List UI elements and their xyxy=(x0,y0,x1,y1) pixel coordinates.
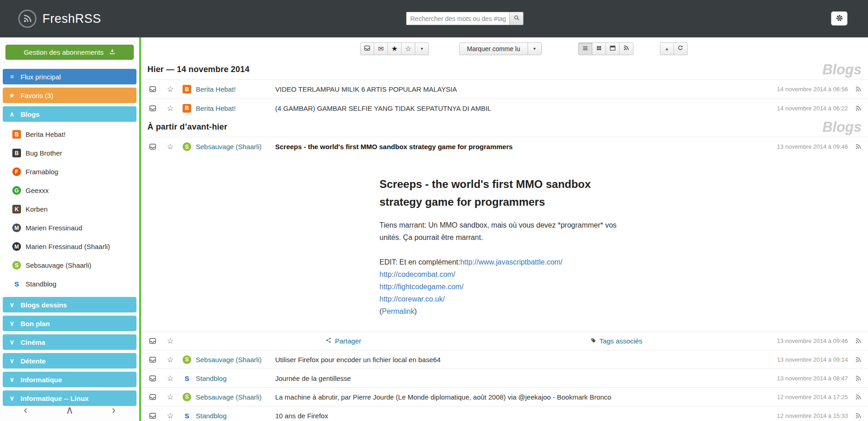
category-label: Informatique xyxy=(21,376,62,384)
mark-read-icon[interactable] xyxy=(148,412,157,420)
mark-as-read-button[interactable]: Marquer comme lu xyxy=(459,42,528,55)
view-global-button[interactable] xyxy=(592,42,606,55)
feed-item-standblog[interactable]: S Standblog xyxy=(0,275,139,293)
star-icon[interactable]: ☆ xyxy=(166,142,175,151)
mark-read-icon[interactable] xyxy=(148,356,157,364)
settings-button[interactable] xyxy=(831,11,847,26)
sidebar-item-favorites[interactable]: ★ Favoris (3) xyxy=(3,88,136,103)
rss-icon[interactable] xyxy=(848,338,868,344)
filter-all-button[interactable] xyxy=(360,42,374,55)
feed-label: Korben xyxy=(26,205,47,213)
rss-icon[interactable] xyxy=(848,86,868,93)
feed-item-berita-hebat[interactable]: B Berita Hebat! xyxy=(0,125,139,144)
article-title-link[interactable]: Screeps - the world's first MMO sandbox … xyxy=(275,143,771,151)
mark-read-icon[interactable] xyxy=(148,393,157,401)
mark-as-read-dropdown-button[interactable]: ▾ xyxy=(528,42,542,55)
search-button[interactable] xyxy=(509,12,523,25)
rss-icon[interactable] xyxy=(848,105,868,112)
rss-icon[interactable] xyxy=(848,412,868,419)
view-rss-button[interactable] xyxy=(619,42,633,55)
article-row[interactable]: ☆ S Sebsauvage (Shaarli) Utiliser Firefo… xyxy=(141,350,868,369)
search-input[interactable] xyxy=(406,12,509,25)
mark-read-icon[interactable] xyxy=(148,143,157,151)
star-icon[interactable]: ☆ xyxy=(166,411,175,421)
scroll-top-button[interactable]: ▴ xyxy=(660,42,674,55)
article-row[interactable]: ☆ S Standblog Journée de la gentillesse … xyxy=(141,369,868,387)
feed-name-link[interactable]: Sebsauvage (Shaarli) xyxy=(196,356,274,364)
article-row[interactable]: ☆ S Standblog 10 ans de Firefox 12 novem… xyxy=(141,406,868,421)
share-link[interactable]: Partager xyxy=(325,337,361,345)
star-icon[interactable]: ☆ xyxy=(166,392,175,402)
view-reader-button[interactable] xyxy=(606,42,620,55)
view-list-button[interactable] xyxy=(578,42,592,55)
feed-item-geexxx[interactable]: G Geexxx xyxy=(0,181,139,200)
feed-label: Marien Fressinaud (Shaarli) xyxy=(26,243,110,250)
star-icon[interactable]: ☆ xyxy=(166,84,175,94)
article-title-link[interactable]: 10 ans de Firefox xyxy=(275,412,771,420)
rss-icon[interactable] xyxy=(848,356,868,363)
tags-link[interactable]: Tags associés xyxy=(591,337,642,345)
rss-icon[interactable] xyxy=(848,394,868,400)
mark-read-icon[interactable] xyxy=(148,85,157,93)
feed-item-bug-brother[interactable]: B Bug Brother xyxy=(0,144,139,162)
article-title-link[interactable]: La machine à abrutir, par Pierre Jourde … xyxy=(275,393,771,401)
mark-read-icon[interactable] xyxy=(148,337,157,345)
category-informatique[interactable]: ∨ Informatique xyxy=(3,372,136,387)
category-blogs-dessins[interactable]: ∨ Blogs dessins xyxy=(3,297,136,312)
star-icon[interactable]: ☆ xyxy=(166,336,175,346)
feed-name-link[interactable]: Berita Hebat! xyxy=(196,104,274,112)
category-bon-plan[interactable]: ∨ Bon plan xyxy=(3,316,136,331)
feed-name-link[interactable]: Standblog xyxy=(196,374,274,382)
scroll-top-button[interactable]: ∧ xyxy=(62,404,78,416)
feed-name-link[interactable]: Berita Hebat! xyxy=(196,85,274,93)
filter-favorites-button[interactable]: ★ xyxy=(387,42,402,55)
article-link[interactable]: http://www.javascriptbattle.com/ xyxy=(460,258,562,266)
feed-name-link[interactable]: Standblog xyxy=(196,412,274,420)
filter-unread-button[interactable]: ✉ xyxy=(374,42,388,55)
article-row[interactable]: ☆ B Berita Hebat! VIDEO TERLAMPAU MILIK … xyxy=(141,80,868,99)
article-link[interactable]: http://corewar.co.uk/ xyxy=(380,295,445,303)
article-title-link[interactable]: Utiliser Firefox pour encoder un fichier… xyxy=(275,356,771,364)
feed-name-link[interactable]: Sebsauvage (Shaarli) xyxy=(196,143,274,151)
star-icon[interactable]: ☆ xyxy=(166,374,175,383)
rss-icon[interactable] xyxy=(848,375,868,382)
sidebar-item-main-feed[interactable]: ≡ Flux principal xyxy=(3,69,136,84)
star-icon[interactable]: ☆ xyxy=(166,104,175,113)
article-title-link[interactable]: (4 GAMBAR) GAMBAR SELFIE YANG TIDAK SEPA… xyxy=(275,104,771,112)
rss-icon[interactable] xyxy=(848,143,868,150)
feed-item-sebsauvage-shaarli[interactable]: S Sebsauvage (Shaarli) xyxy=(0,256,139,275)
category-detente[interactable]: ∨ Détente xyxy=(3,353,136,369)
article-title-link[interactable]: VIDEO TERLAMPAU MILIK 6 ARTIS POPULAR MA… xyxy=(275,85,771,93)
feed-favicon: S xyxy=(12,261,21,270)
permalink-link[interactable]: Permalink xyxy=(382,307,414,315)
article-date: 13 novembre 2014 à 09:14 xyxy=(777,356,848,363)
article-link[interactable]: http://codecombat.com/ xyxy=(380,270,455,278)
star-icon: ★ xyxy=(8,92,16,99)
refresh-button[interactable] xyxy=(674,42,688,55)
mark-read-icon[interactable] xyxy=(148,104,157,112)
feed-item-marien-fressinaud[interactable]: M Marien Fressinaud xyxy=(0,218,139,237)
chevron-down-icon: ∨ xyxy=(8,357,16,364)
category-blogs-expanded[interactable]: ∧ Blogs xyxy=(3,106,136,122)
category-cinema[interactable]: ∨ Cinéma xyxy=(3,334,136,350)
article-row[interactable]: ☆ S Sebsauvage (Shaarli) La machine à ab… xyxy=(141,387,868,406)
article-link[interactable]: http://fightcodegame.com/ xyxy=(380,283,464,291)
next-page-button[interactable]: › xyxy=(108,404,119,416)
feed-item-framablog[interactable]: F Framablog xyxy=(0,162,139,181)
app-logo[interactable]: FreshRSS xyxy=(18,10,101,28)
manage-subscriptions-button[interactable]: Gestion des abonnements xyxy=(5,45,134,60)
mark-read-icon[interactable] xyxy=(148,374,157,382)
filter-not-favorite-button[interactable]: ☆ xyxy=(401,42,415,55)
sidebar-pager: ‹ ∧ › xyxy=(0,404,139,416)
feed-label: Standblog xyxy=(26,280,57,288)
article-title-link[interactable]: Journée de la gentillesse xyxy=(275,374,771,382)
previous-page-button[interactable]: ‹ xyxy=(20,404,31,416)
article-date: 14 novembre 2014 à 06:22 xyxy=(777,105,848,112)
article-row[interactable]: ☆ B Berita Hebat! (4 GAMBAR) GAMBAR SELF… xyxy=(141,99,868,117)
feed-name-link[interactable]: Sebsauvage (Shaarli) xyxy=(196,393,274,401)
feed-item-korben[interactable]: K Korben xyxy=(0,200,139,218)
feed-item-marien-fressinaud-shaarli[interactable]: M Marien Fressinaud (Shaarli) xyxy=(0,237,139,256)
filter-dropdown-button[interactable]: ▾ xyxy=(415,42,429,55)
star-icon[interactable]: ☆ xyxy=(166,355,175,364)
article-row-current[interactable]: ☆ S Sebsauvage (Shaarli) Screeps - the w… xyxy=(141,137,868,156)
